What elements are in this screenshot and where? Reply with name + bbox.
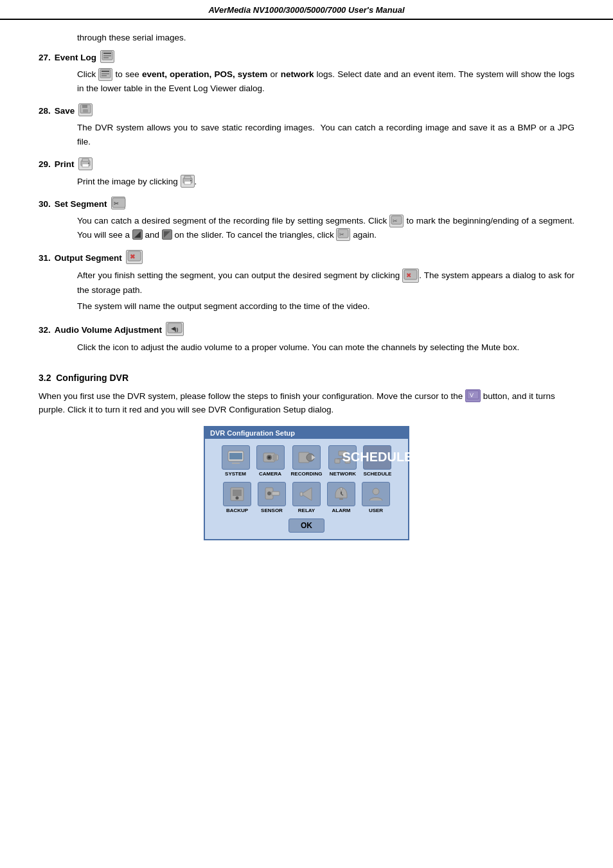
dvr-system-item[interactable]: SYSTEM xyxy=(222,445,250,477)
svg-rect-7 xyxy=(102,75,107,76)
svg-rect-9 xyxy=(82,105,87,108)
section-31-num: 31. xyxy=(39,253,51,263)
dvr-schedule-icon-label: SCHEDULE xyxy=(342,450,413,465)
section-27-title: 27. Event Log xyxy=(39,51,574,64)
svg-rect-2 xyxy=(103,55,111,57)
section-32-body: Click the icon to adjust the audio volum… xyxy=(77,341,574,355)
section-27-label: Event Log xyxy=(55,53,96,62)
section-29-body: Print the image by clicking . xyxy=(77,175,574,189)
svg-point-65 xyxy=(373,488,379,495)
svg-point-41 xyxy=(268,456,271,459)
page-header: AVerMedia NV1000/3000/5000/7000 User's M… xyxy=(0,0,613,20)
dvr-system-icon xyxy=(222,445,250,470)
svg-text:✂: ✂ xyxy=(339,231,344,238)
dvr-ok-row: OK xyxy=(214,518,399,533)
section-28-num: 28. xyxy=(39,106,51,116)
svg-point-62 xyxy=(340,488,342,490)
dvr-backup-label: BACKUP xyxy=(226,508,248,513)
section-31-text2: The system will name the output segment … xyxy=(77,299,574,314)
dvr-backup-icon xyxy=(223,482,251,506)
triangle-left-icon xyxy=(132,229,143,240)
subsection-32-num: 3.2 xyxy=(39,373,51,383)
section-28: 28. Save The DVR system allows you to sa… xyxy=(39,104,574,148)
svg-point-58 xyxy=(267,492,271,495)
header-title: AVerMedia NV1000/3000/5000/7000 User's M… xyxy=(208,5,404,15)
dvr-dialog-body: SYSTEM CAMERA RECORDING xyxy=(205,439,408,539)
svg-point-14 xyxy=(88,163,89,164)
dvr-relay-item[interactable]: RELAY xyxy=(292,482,321,513)
config-button-icon[interactable]: V xyxy=(465,389,481,402)
svg-rect-54 xyxy=(233,490,242,496)
triangle-right-icon xyxy=(162,229,172,240)
dvr-network-label: NETWORK xyxy=(330,471,356,477)
svg-text:✂: ✂ xyxy=(393,218,398,224)
print-inline-icon[interactable] xyxy=(181,175,195,188)
dvr-alarm-item[interactable]: ALARM xyxy=(327,482,355,513)
svg-rect-16 xyxy=(184,176,191,179)
svg-rect-10 xyxy=(83,109,88,112)
dvr-sensor-label: SENSOR xyxy=(261,508,283,513)
section-30-num: 30. xyxy=(39,199,51,209)
svg-rect-6 xyxy=(102,73,109,75)
output-segment-icon[interactable]: ✖ xyxy=(126,250,143,264)
dvr-recording-item[interactable]: RECORDING xyxy=(291,445,323,477)
svg-rect-1 xyxy=(103,53,111,54)
section-28-title: 28. Save xyxy=(39,104,574,117)
section-31-title: 31. Output Segment ✖ xyxy=(39,251,574,265)
audio-volume-icon[interactable]: ◄)) xyxy=(166,322,184,336)
set-segment-icon[interactable]: ✂ xyxy=(111,197,125,209)
dvr-user-label: USER xyxy=(369,508,383,513)
dvr-schedule-item[interactable]: SCHEDULE SCHEDULE xyxy=(363,445,391,477)
section-27: 27. Event Log Click to see event, operat… xyxy=(39,51,574,95)
section-27-body: Click to see event, operation, POS, syst… xyxy=(77,67,574,95)
output-segment-inline-icon[interactable]: ✖ xyxy=(402,269,419,283)
section-28-label: Save xyxy=(55,106,75,116)
cancel-segment-icon[interactable]: ✂ xyxy=(336,228,350,241)
section-30-label: Set Segment xyxy=(55,199,107,209)
svg-rect-38 xyxy=(229,453,242,459)
section-30-title: 30. Set Segment ✂ xyxy=(39,197,574,210)
dvr-ok-button[interactable]: OK xyxy=(289,518,324,533)
section-32-title: 32. Audio Volume Adjustment ◄)) xyxy=(39,323,574,337)
section-32: 32. Audio Volume Adjustment ◄)) Click th… xyxy=(39,323,574,355)
svg-rect-3 xyxy=(103,57,109,58)
dvr-schedule-icon: SCHEDULE xyxy=(363,445,391,470)
dvr-camera-label: CAMERA xyxy=(259,471,281,477)
svg-rect-12 xyxy=(82,159,89,161)
svg-rect-61 xyxy=(339,498,343,500)
section-31-label: Output Segment xyxy=(55,253,122,263)
section-29: 29. Print Print the image by clicking . xyxy=(39,158,574,189)
dvr-sensor-icon xyxy=(258,482,286,506)
page: AVerMedia NV1000/3000/5000/7000 User's M… xyxy=(0,0,613,868)
dvr-camera-item[interactable]: CAMERA xyxy=(256,445,285,477)
dvr-sensor-item[interactable]: SENSOR xyxy=(258,482,286,513)
save-icon[interactable] xyxy=(78,103,93,116)
section-32-label: Audio Volume Adjustment xyxy=(55,325,162,335)
dvr-relay-label: RELAY xyxy=(298,508,315,513)
svg-rect-60 xyxy=(300,492,303,496)
section-30-text: You can catch a desired segment of the r… xyxy=(77,214,574,242)
svg-rect-13 xyxy=(82,164,89,167)
section-3-2: 3.2 Configuring DVR When you first use t… xyxy=(39,373,574,540)
dvr-backup-item[interactable]: BACKUP xyxy=(223,482,251,513)
section-29-text: Print the image by clicking . xyxy=(77,175,574,189)
svg-text:)): )) xyxy=(175,326,179,332)
section-28-body: The DVR system allows you to save static… xyxy=(77,121,574,148)
dvr-system-label: SYSTEM xyxy=(225,471,246,477)
event-log-inline-icon[interactable] xyxy=(98,68,112,81)
svg-text:✖: ✖ xyxy=(406,272,411,279)
section-29-num: 29. xyxy=(39,159,51,169)
set-segment-inline-icon[interactable]: ✂ xyxy=(389,215,404,227)
svg-marker-23 xyxy=(134,231,141,238)
dvr-user-item[interactable]: USER xyxy=(362,482,390,513)
section-29-label: Print xyxy=(55,159,75,169)
dvr-camera-icon xyxy=(256,445,285,470)
event-log-icon[interactable] xyxy=(100,50,114,63)
svg-rect-57 xyxy=(272,492,280,495)
section-29-title: 29. Print xyxy=(39,158,574,171)
intro-text: through these serial images. xyxy=(77,31,574,44)
svg-text:✂: ✂ xyxy=(114,200,119,207)
print-icon[interactable] xyxy=(78,157,93,170)
svg-point-18 xyxy=(190,180,191,181)
svg-point-55 xyxy=(236,496,239,499)
